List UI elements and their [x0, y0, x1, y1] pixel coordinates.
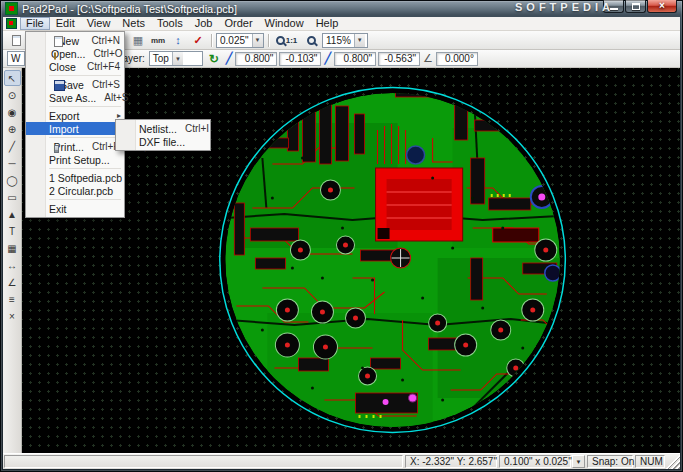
menu-help[interactable]: Help — [310, 17, 345, 30]
angle-readout: 0.000° — [436, 52, 478, 66]
magnifier-icon — [307, 36, 316, 45]
layer-combo[interactable]: Top ▼ — [149, 51, 203, 66]
x2-value: 0.800" — [343, 53, 372, 64]
via-tool[interactable]: ⊕ — [4, 121, 21, 137]
x2-readout: 0.800" — [334, 52, 376, 66]
layer-value: Top — [150, 53, 172, 64]
menu-view[interactable]: View — [81, 17, 117, 30]
file-menu-import[interactable]: Import ▸ — [26, 122, 124, 135]
file-menu-recent-1[interactable]: 1 Softpedia.pcb — [26, 171, 124, 184]
grid-display-button[interactable]: ▦ — [129, 32, 147, 48]
angle-icon: ∠ — [422, 52, 434, 65]
close-icon: × — [659, 1, 665, 11]
menu-item-label: Export — [49, 110, 79, 122]
menu-item-label: Import — [49, 123, 79, 135]
file-menu-open[interactable]: Open... Ctrl+O — [26, 47, 124, 60]
open-folder-icon — [54, 52, 56, 60]
file-menu: New Ctrl+N Open... Ctrl+O Close Ctrl+F4 … — [25, 31, 125, 218]
menu-separator — [49, 199, 121, 200]
new-button[interactable] — [7, 32, 25, 48]
x1-value: 0.800" — [245, 53, 274, 64]
menu-item-label: Netlist... — [139, 123, 177, 135]
select-tool[interactable]: ↖ — [4, 70, 21, 86]
import-submenu-dxf[interactable]: DXF file... — [116, 135, 210, 148]
angle-tool[interactable]: ∠ — [4, 274, 21, 290]
file-menu-print-setup[interactable]: Print Setup... — [26, 153, 124, 166]
snap-step-button[interactable]: ↕ — [169, 32, 187, 48]
menu-shortcut: Ctrl+N — [83, 35, 120, 46]
line-end-icon: ╱ — [323, 52, 332, 65]
zoom-tool[interactable]: ⊙ — [4, 87, 21, 103]
import-submenu-netlist[interactable]: Netlist... Ctrl+I — [116, 122, 210, 135]
zoom-1to1-button[interactable]: 1:1 — [273, 32, 300, 48]
window-title: Pad2Pad - [C:\Softpedia Test\Softpedia.p… — [22, 3, 237, 15]
menu-edit[interactable]: Edit — [50, 17, 81, 30]
rect-tool[interactable]: ▭ — [4, 189, 21, 205]
chevron-down-icon[interactable]: ▼ — [354, 34, 365, 47]
chevron-down-icon[interactable]: ▼ — [172, 52, 183, 65]
menu-separator — [49, 168, 121, 169]
menu-separator — [49, 106, 121, 107]
grid-icon: ▦ — [133, 34, 143, 47]
zoom-level-combo[interactable]: 115% ▼ — [322, 33, 368, 48]
file-menu-recent-2[interactable]: 2 Circular.pcb — [26, 184, 124, 197]
measure-tool[interactable]: ↔ — [4, 257, 21, 273]
save-icon — [54, 80, 65, 91]
resize-grip[interactable] — [666, 454, 680, 469]
menu-item-label: 2 Circular.pcb — [49, 185, 113, 197]
document-icon[interactable] — [6, 18, 17, 29]
maximize-button[interactable] — [625, 0, 646, 13]
menu-item-label: DXF file... — [139, 136, 185, 148]
check-button[interactable]: ✓ — [189, 32, 207, 48]
chevron-down-icon[interactable]: ▼ — [252, 34, 263, 47]
app-window: Pad2Pad - [C:\Softpedia Test\Softpedia.p… — [0, 0, 683, 472]
trace-tool[interactable]: ╱ — [4, 138, 21, 154]
menu-file[interactable]: File — [20, 17, 50, 30]
line-tool[interactable]: ─ — [4, 155, 21, 171]
chevron-down-icon: ▼ — [576, 459, 582, 465]
status-message — [4, 455, 403, 468]
zoom-tool-button[interactable] — [302, 32, 320, 48]
delete-tool[interactable]: × — [4, 308, 21, 324]
file-menu-exit[interactable]: Exit — [26, 202, 124, 215]
maximize-icon — [632, 3, 640, 10]
grid-tool[interactable]: ▦ — [4, 240, 21, 256]
file-menu-export[interactable]: Export ▸ — [26, 109, 124, 122]
y1-value: -0.103" — [286, 53, 318, 64]
polygon-tool[interactable]: ▲ — [4, 206, 21, 222]
num-lock-value: NUM — [640, 456, 663, 467]
toolbar-separator — [211, 34, 212, 47]
file-menu-close[interactable]: Close Ctrl+F4 — [26, 60, 124, 73]
menu-shortcut: Ctrl+F4 — [79, 61, 120, 72]
file-menu-print[interactable]: Print... Ctrl+P — [26, 140, 124, 153]
menu-item-label: Exit — [49, 203, 67, 215]
file-menu-save-as[interactable]: Save As... Alt+S — [26, 91, 124, 104]
close-button[interactable]: × — [647, 0, 677, 13]
grid-size-status: 0.100" x 0.025" — [499, 455, 571, 468]
menu-nets[interactable]: Nets — [116, 17, 151, 30]
softpedia-watermark: SOFTPEDIA — [515, 1, 614, 13]
menu-tools[interactable]: Tools — [151, 17, 189, 30]
width-combo[interactable]: W — [7, 51, 25, 66]
menu-window[interactable]: Window — [259, 17, 310, 30]
menu-shortcut: Ctrl+S — [84, 79, 120, 90]
pad-tool[interactable]: ◉ — [4, 104, 21, 120]
menu-separator — [49, 75, 121, 76]
file-menu-new[interactable]: New Ctrl+N — [26, 34, 124, 47]
new-doc-icon — [54, 36, 63, 47]
y2-readout: -0.563" — [378, 52, 420, 66]
units-mm-button[interactable]: mm — [149, 32, 167, 48]
menu-order[interactable]: Order — [218, 17, 258, 30]
menu-job[interactable]: Job — [189, 17, 219, 30]
file-menu-save[interactable]: Save Ctrl+S — [26, 78, 124, 91]
refresh-button[interactable]: ↻ — [205, 51, 223, 67]
y1-readout: -0.103" — [279, 52, 321, 66]
grid-size-combo[interactable]: 0.025" ▼ — [216, 33, 264, 48]
menu-separator — [49, 137, 121, 138]
layers-tool[interactable]: ≡ — [4, 291, 21, 307]
snap-status[interactable]: Snap: On — [587, 455, 633, 468]
window-controls: × — [603, 0, 677, 13]
circle-tool[interactable]: ◯ — [4, 172, 21, 188]
grid-status-dropdown-button[interactable]: ▼ — [572, 455, 585, 468]
text-tool[interactable]: T — [4, 223, 21, 239]
